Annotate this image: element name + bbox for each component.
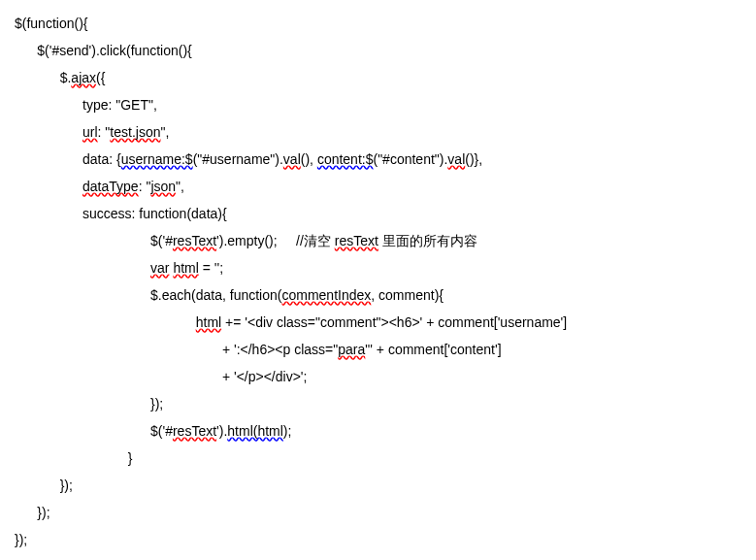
code-line-4: type: "GET", <box>15 97 157 113</box>
code-line-1: $(function(){ <box>15 16 87 31</box>
code-line-3: $.ajax({ <box>15 70 105 85</box>
code-line-18: }); <box>15 478 73 493</box>
code-line-6: data: {username:$("#username").val(), co… <box>15 151 482 167</box>
code-line-13: + ':</h6><p class="para"' + comment['con… <box>15 342 502 357</box>
code-line-17: } <box>15 450 132 466</box>
code-line-5: url: "test.json", <box>15 124 169 140</box>
code-line-19: }); <box>15 505 50 520</box>
code-line-15: }); <box>15 396 163 412</box>
code-line-16: $('#resText').html(html); <box>15 423 291 439</box>
code-line-2: $('#send').click(function(){ <box>15 43 192 58</box>
code-line-9: $('#resText').empty(); //清空 resText 里面的所… <box>15 233 477 248</box>
code-line-14: + '</p></div>'; <box>15 369 307 384</box>
code-line-8: success: function(data){ <box>15 206 227 221</box>
code-line-11: $.each(data, function(commentIndex, comm… <box>15 287 444 303</box>
code-line-20: }); <box>15 532 27 547</box>
code-line-10: var html = ''; <box>15 260 223 276</box>
code-line-7: dataType: "json", <box>15 179 184 194</box>
code-snippet: $(function(){ $('#send').click(function(… <box>15 10 741 553</box>
code-line-12: html += '<div class="comment"><h6>' + co… <box>15 314 567 330</box>
